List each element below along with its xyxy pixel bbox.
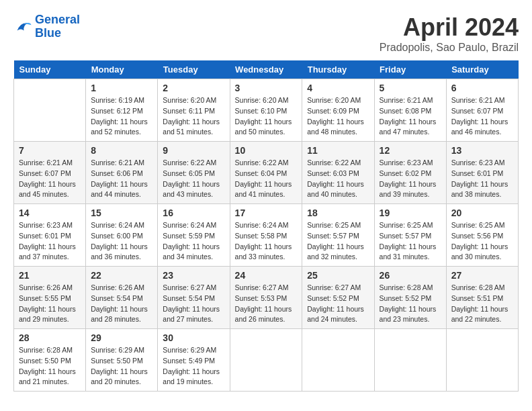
day-info: Sunrise: 6:25 AMSunset: 5:57 PMDaylight:… [307, 220, 369, 263]
day-info: Sunrise: 6:23 AMSunset: 6:01 PMDaylight:… [451, 158, 513, 200]
day-number: 25 [307, 270, 369, 281]
day-number: 8 [91, 145, 152, 156]
day-number: 14 [19, 208, 81, 218]
day-info: Sunrise: 6:23 AMSunset: 6:01 PMDaylight:… [19, 220, 81, 263]
calendar-cell: 4Sunrise: 6:20 AMSunset: 6:09 PMDaylight… [302, 79, 374, 142]
day-number: 21 [19, 270, 81, 281]
calendar-cell: 21Sunrise: 6:26 AMSunset: 5:55 PMDayligh… [14, 267, 86, 329]
day-number: 12 [380, 145, 441, 156]
col-header-saturday: Saturday [446, 60, 518, 79]
day-number: 26 [380, 270, 441, 281]
calendar-cell: 2Sunrise: 6:20 AMSunset: 6:11 PMDaylight… [158, 79, 230, 142]
calendar-cell: 27Sunrise: 6:28 AMSunset: 5:51 PMDayligh… [446, 267, 518, 329]
day-number: 27 [451, 270, 513, 281]
day-info: Sunrise: 6:22 AMSunset: 6:03 PMDaylight:… [307, 158, 369, 200]
day-info: Sunrise: 6:25 AMSunset: 5:57 PMDaylight:… [380, 220, 441, 263]
day-info: Sunrise: 6:22 AMSunset: 6:05 PMDaylight:… [163, 158, 224, 200]
day-number: 23 [163, 270, 224, 281]
day-number: 17 [235, 208, 298, 218]
day-number: 18 [307, 208, 369, 218]
day-number: 2 [163, 83, 224, 93]
calendar-cell: 7Sunrise: 6:21 AMSunset: 6:07 PMDaylight… [14, 142, 86, 204]
day-info: Sunrise: 6:20 AMSunset: 6:10 PMDaylight:… [235, 95, 298, 138]
col-header-sunday: Sunday [14, 60, 86, 79]
day-number: 28 [19, 332, 81, 343]
calendar-cell: 24Sunrise: 6:27 AMSunset: 5:53 PMDayligh… [230, 267, 302, 329]
calendar-cell: 10Sunrise: 6:22 AMSunset: 6:04 PMDayligh… [230, 142, 302, 204]
day-info: Sunrise: 6:24 AMSunset: 6:00 PMDaylight:… [91, 220, 152, 263]
day-info: Sunrise: 6:19 AMSunset: 6:12 PMDaylight:… [91, 95, 152, 138]
day-info: Sunrise: 6:21 AMSunset: 6:07 PMDaylight:… [19, 158, 81, 200]
day-info: Sunrise: 6:26 AMSunset: 5:55 PMDaylight:… [19, 283, 81, 325]
day-number: 24 [235, 270, 298, 281]
calendar-week-row: 14Sunrise: 6:23 AMSunset: 6:01 PMDayligh… [14, 204, 519, 267]
calendar-cell: 25Sunrise: 6:27 AMSunset: 5:52 PMDayligh… [302, 267, 374, 329]
calendar-cell: 18Sunrise: 6:25 AMSunset: 5:57 PMDayligh… [302, 204, 374, 267]
day-info: Sunrise: 6:25 AMSunset: 5:56 PMDaylight:… [451, 220, 513, 263]
day-info: Sunrise: 6:29 AMSunset: 5:49 PMDaylight:… [163, 345, 224, 387]
calendar-cell: 6Sunrise: 6:21 AMSunset: 6:07 PMDaylight… [446, 79, 518, 142]
day-info: Sunrise: 6:27 AMSunset: 5:53 PMDaylight:… [235, 283, 298, 325]
day-info: Sunrise: 6:29 AMSunset: 5:50 PMDaylight:… [91, 345, 152, 387]
day-info: Sunrise: 6:27 AMSunset: 5:54 PMDaylight:… [163, 283, 224, 325]
col-header-thursday: Thursday [302, 60, 374, 79]
day-number: 5 [380, 83, 441, 93]
day-info: Sunrise: 6:24 AMSunset: 5:59 PMDaylight:… [163, 220, 224, 263]
day-number: 4 [307, 83, 369, 93]
calendar-cell: 3Sunrise: 6:20 AMSunset: 6:10 PMDaylight… [230, 79, 302, 142]
calendar-cell: 26Sunrise: 6:28 AMSunset: 5:52 PMDayligh… [374, 267, 446, 329]
logo-text: General Blue [35, 13, 80, 40]
calendar-week-row: 28Sunrise: 6:28 AMSunset: 5:50 PMDayligh… [14, 329, 519, 392]
day-info: Sunrise: 6:21 AMSunset: 6:07 PMDaylight:… [451, 95, 513, 138]
month-title: April 2024 [380, 13, 519, 42]
day-number: 10 [235, 145, 298, 156]
day-number: 3 [235, 83, 298, 93]
calendar-cell [14, 79, 86, 142]
day-number: 19 [380, 208, 441, 218]
calendar-cell [230, 329, 302, 392]
logo: General Blue [13, 13, 80, 40]
day-info: Sunrise: 6:26 AMSunset: 5:54 PMDaylight:… [91, 283, 152, 325]
day-info: Sunrise: 6:27 AMSunset: 5:52 PMDaylight:… [307, 283, 369, 325]
calendar-cell: 16Sunrise: 6:24 AMSunset: 5:59 PMDayligh… [158, 204, 230, 267]
day-info: Sunrise: 6:23 AMSunset: 6:02 PMDaylight:… [380, 158, 441, 200]
day-number: 30 [163, 332, 224, 343]
calendar-cell: 30Sunrise: 6:29 AMSunset: 5:49 PMDayligh… [158, 329, 230, 392]
calendar-cell: 1Sunrise: 6:19 AMSunset: 6:12 PMDaylight… [86, 79, 158, 142]
page-header: General Blue April 2024 Pradopolis, Sao … [13, 13, 519, 54]
calendar-cell: 28Sunrise: 6:28 AMSunset: 5:50 PMDayligh… [14, 329, 86, 392]
calendar-table: SundayMondayTuesdayWednesdayThursdayFrid… [13, 60, 519, 392]
col-header-friday: Friday [374, 60, 446, 79]
location: Pradopolis, Sao Paulo, Brazil [380, 42, 519, 54]
calendar-header-row: SundayMondayTuesdayWednesdayThursdayFrid… [14, 60, 519, 79]
calendar-cell: 9Sunrise: 6:22 AMSunset: 6:05 PMDaylight… [158, 142, 230, 204]
col-header-wednesday: Wednesday [230, 60, 302, 79]
day-info: Sunrise: 6:28 AMSunset: 5:52 PMDaylight:… [380, 283, 441, 325]
day-info: Sunrise: 6:24 AMSunset: 5:58 PMDaylight:… [235, 220, 298, 263]
day-info: Sunrise: 6:21 AMSunset: 6:08 PMDaylight:… [380, 95, 441, 138]
day-number: 13 [451, 145, 513, 156]
calendar-cell: 13Sunrise: 6:23 AMSunset: 6:01 PMDayligh… [446, 142, 518, 204]
day-info: Sunrise: 6:22 AMSunset: 6:04 PMDaylight:… [235, 158, 298, 200]
col-header-tuesday: Tuesday [158, 60, 230, 79]
calendar-cell: 23Sunrise: 6:27 AMSunset: 5:54 PMDayligh… [158, 267, 230, 329]
day-number: 29 [91, 332, 152, 343]
day-number: 7 [19, 145, 81, 156]
col-header-monday: Monday [86, 60, 158, 79]
day-info: Sunrise: 6:21 AMSunset: 6:06 PMDaylight:… [91, 158, 152, 200]
day-info: Sunrise: 6:20 AMSunset: 6:09 PMDaylight:… [307, 95, 369, 138]
calendar-cell: 29Sunrise: 6:29 AMSunset: 5:50 PMDayligh… [86, 329, 158, 392]
logo-icon [13, 17, 32, 36]
calendar-cell: 12Sunrise: 6:23 AMSunset: 6:02 PMDayligh… [374, 142, 446, 204]
calendar-week-row: 1Sunrise: 6:19 AMSunset: 6:12 PMDaylight… [14, 79, 519, 142]
logo-line2: Blue [35, 26, 61, 40]
day-info: Sunrise: 6:20 AMSunset: 6:11 PMDaylight:… [163, 95, 224, 138]
calendar-cell [446, 329, 518, 392]
calendar-cell: 17Sunrise: 6:24 AMSunset: 5:58 PMDayligh… [230, 204, 302, 267]
calendar-cell [374, 329, 446, 392]
calendar-cell [302, 329, 374, 392]
day-number: 22 [91, 270, 152, 281]
calendar-cell: 22Sunrise: 6:26 AMSunset: 5:54 PMDayligh… [86, 267, 158, 329]
calendar-cell: 19Sunrise: 6:25 AMSunset: 5:57 PMDayligh… [374, 204, 446, 267]
logo-line1: General [35, 13, 80, 26]
